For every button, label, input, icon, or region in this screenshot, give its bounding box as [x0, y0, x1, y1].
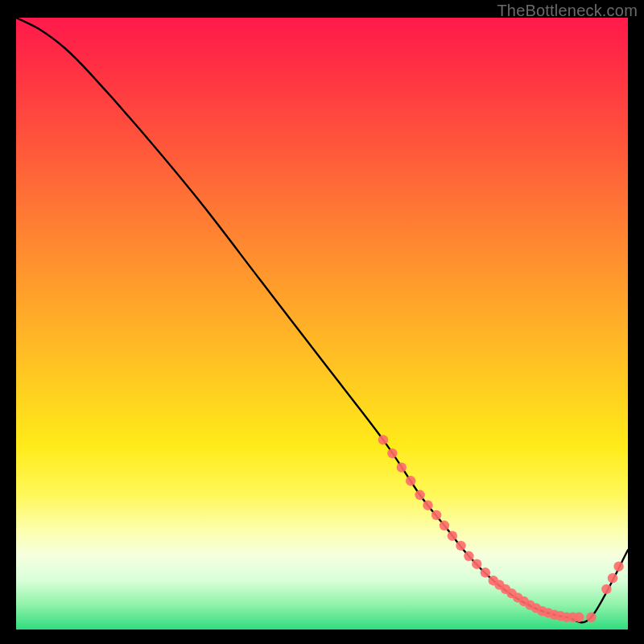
curve-marker — [431, 510, 441, 520]
curve-marker — [406, 476, 415, 485]
curve-marker — [481, 568, 490, 577]
curve-marker — [608, 573, 617, 583]
curve-marker — [415, 490, 424, 500]
curve-marker — [423, 501, 432, 510]
curve-marker — [464, 551, 473, 561]
curve-marker — [601, 584, 611, 594]
curve-marker — [440, 521, 449, 530]
curve-marker — [448, 531, 457, 541]
curve-marker — [456, 541, 465, 551]
curve-marker — [574, 613, 584, 622]
curve-marker — [378, 435, 388, 444]
curve-line — [16, 18, 628, 622]
curve-marker — [387, 448, 397, 458]
chart-svg — [16, 18, 628, 630]
curve-marker — [397, 462, 407, 472]
curve-marker — [586, 613, 596, 622]
curve-marker — [472, 559, 481, 568]
watermark-text: TheBottleneck.com — [497, 2, 638, 20]
plot-area — [16, 18, 628, 630]
curve-marker — [613, 562, 623, 572]
chart-root: TheBottleneck.com — [0, 0, 644, 644]
curve-markers — [378, 435, 624, 622]
